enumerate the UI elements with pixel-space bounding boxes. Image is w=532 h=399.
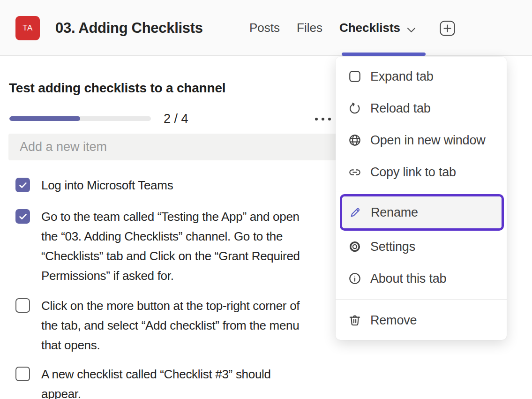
plus-square-icon [440, 21, 455, 36]
menu-item-remove[interactable]: Remove [336, 304, 507, 336]
checklist-item: Log into Microsoft Teams [15, 175, 173, 195]
tab-files[interactable]: Files [297, 21, 322, 35]
menu-item-expand-tab[interactable]: Expand tab [336, 60, 507, 92]
team-avatar-initials: TA [22, 23, 32, 33]
menu-item-reload-tab[interactable]: Reload tab [336, 92, 507, 124]
reload-icon [348, 101, 362, 115]
globe-icon [348, 133, 362, 147]
add-tab-button[interactable] [440, 21, 455, 36]
progress-bar-fill [9, 116, 80, 121]
team-avatar[interactable]: TA [15, 16, 40, 40]
expand-tab-icon [348, 69, 362, 83]
channel-title: 03. Adding Checklists [55, 0, 203, 56]
more-dots-icon [315, 118, 318, 120]
item-text: Click on the more button at the top-righ… [41, 296, 300, 355]
checkmark-icon [18, 211, 28, 222]
checklist-more-button[interactable] [315, 114, 336, 124]
menu-item-copy-link-to-tab[interactable]: Copy link to tab [336, 156, 507, 188]
menu-divider [336, 191, 507, 191]
checklist-title: Test adding checklists to a channel [9, 81, 225, 96]
tab-checklists[interactable]: Checklists [339, 20, 416, 36]
menu-item-settings[interactable]: Settings [336, 231, 507, 263]
pencil-icon [348, 205, 362, 219]
menu-divider [336, 299, 507, 300]
gear-icon [348, 240, 362, 254]
checklist-item: A new checklist called “Checklist #3” sh… [15, 364, 271, 399]
item-text: Log into Microsoft Teams [41, 175, 173, 195]
menu-item-label: Copy link to tab [370, 165, 456, 180]
item-checkbox[interactable] [15, 209, 30, 224]
link-icon [348, 165, 362, 179]
channel-tabs: Posts Files Checklists [249, 0, 416, 56]
menu-item-open-in-new-window[interactable]: Open in new window [336, 124, 507, 156]
menu-item-label: Open in new window [370, 133, 486, 148]
menu-item-label: About this tab [370, 271, 446, 286]
menu-item-about-this-tab[interactable]: About this tab [336, 263, 507, 294]
checklist-item: Go to the team called “Testing the App” … [15, 207, 300, 286]
add-item-input[interactable] [8, 134, 337, 160]
tab-posts[interactable]: Posts [249, 21, 280, 35]
trash-icon [348, 313, 362, 327]
item-checkbox[interactable] [15, 298, 30, 313]
item-checkbox[interactable] [15, 367, 30, 381]
menu-item-label: Reload tab [370, 101, 431, 116]
menu-item-label: Settings [370, 240, 415, 254]
checkmark-icon [18, 180, 28, 190]
tab-context-menu: Expand tab Reload tab Open in new window [336, 57, 507, 340]
menu-item-label: Remove [370, 313, 417, 328]
item-text: A new checklist called “Checklist #3” sh… [41, 364, 271, 399]
tab-checklists-label: Checklists [339, 21, 400, 35]
checklist-item: Click on the more button at the top-righ… [15, 296, 300, 355]
item-text: Go to the team called “Testing the App” … [41, 207, 300, 286]
menu-item-label: Expand tab [370, 69, 434, 84]
teams-channel-screen: TA 03. Adding Checklists Posts Files Che… [0, 0, 532, 399]
menu-item-label: Rename [371, 205, 418, 220]
menu-item-rename[interactable]: Rename [342, 196, 502, 228]
progress-count: 2 / 4 [164, 112, 188, 126]
progress-bar [9, 116, 151, 121]
rename-highlight-box: Rename [340, 194, 504, 231]
info-icon [348, 271, 362, 286]
channel-header: TA 03. Adding Checklists Posts Files Che… [0, 0, 532, 56]
chevron-down-icon [407, 22, 416, 36]
item-checkbox[interactable] [15, 178, 30, 192]
active-tab-underline [342, 53, 426, 56]
